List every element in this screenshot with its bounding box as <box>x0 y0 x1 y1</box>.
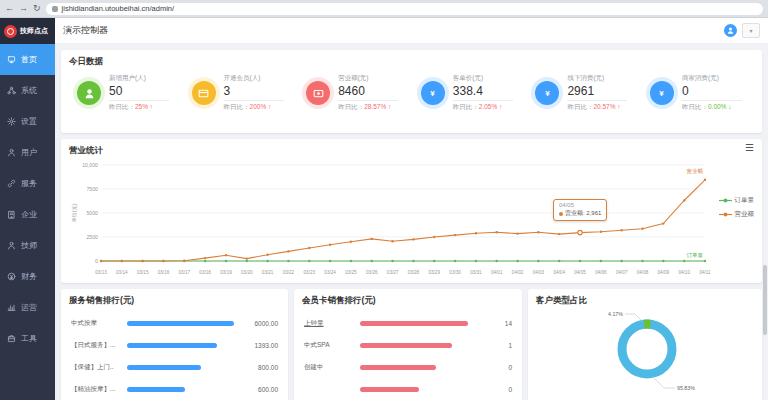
address-bar[interactable]: jishidiandian.utoubeihai.cn/admin/ <box>46 3 763 15</box>
scrollbar[interactable] <box>763 265 767 335</box>
svg-text:订单量: 订单量 <box>687 252 704 258</box>
stat-label: 客单价(元) <box>453 74 513 83</box>
browser-back-icon[interactable]: ← <box>5 4 14 13</box>
stat-card: 营业额(元)8460昨日比：28.57% ↑ <box>302 74 406 112</box>
divider <box>109 100 169 101</box>
rank-bar <box>360 365 436 370</box>
stat-value: 50 <box>109 84 169 98</box>
sidebar-item-label: 企业 <box>21 209 37 220</box>
sidebar-item-system[interactable]: 系统 <box>0 75 55 106</box>
site-info-icon[interactable] <box>52 6 58 12</box>
rank-value: 1393.00 <box>240 342 278 349</box>
sidebar-item-label: 服务 <box>21 178 37 189</box>
sidebar-item-users[interactable]: 用户 <box>0 137 55 168</box>
rank-row: 【精油按摩】...600.00 <box>71 378 278 400</box>
rank-value: 0 <box>474 386 512 393</box>
browser-refresh-icon[interactable]: ↻ <box>33 4 41 13</box>
svg-text:营业额: 营业额 <box>687 168 704 175</box>
stat-label: 营业额(元) <box>338 74 398 83</box>
member-card-rank-title: 会员卡销售排行(元) <box>294 289 522 310</box>
money-icon: ¥ <box>426 87 439 100</box>
legend-item[interactable]: 营业额 <box>719 210 755 219</box>
legend-label: 订单量 <box>735 196 755 205</box>
rank-label: 【保健】上门.. <box>71 363 121 372</box>
money-icon: ¥ <box>655 87 668 100</box>
sidebar-item-label: 运营 <box>21 302 37 313</box>
today-stats-panel: 今日数据 新增用户(人)50昨日比：25% ↑开通会员(人)3昨日比：200% … <box>61 50 762 133</box>
stat-icon-circle: ¥ <box>421 81 445 105</box>
rank-bar <box>360 343 452 348</box>
svg-text:03/16: 03/16 <box>158 270 170 275</box>
svg-text:03/25: 03/25 <box>345 270 357 275</box>
rank-label[interactable]: 上钟量 <box>304 319 354 328</box>
briefcase-icon <box>7 334 16 343</box>
rank-bar <box>127 387 185 392</box>
app-logo[interactable]: 技师点点 <box>0 18 55 44</box>
legend-marker-icon <box>719 212 732 217</box>
user-icon <box>83 87 96 100</box>
user-menu-button[interactable]: ▾ <box>742 23 760 38</box>
rank-label: 中式SPA <box>304 341 354 350</box>
stat-change: 昨日比：2.05% ↑ <box>453 103 513 112</box>
svg-text:03/15: 03/15 <box>137 270 149 275</box>
sidebar-item-settings[interactable]: 设置 <box>0 106 55 137</box>
sidebar-item-services[interactable]: 服务 <box>0 168 55 199</box>
stat-change: 昨日比：28.57% ↑ <box>338 103 398 112</box>
divider <box>682 100 742 101</box>
customer-type-panel: 客户类型占比 4.17%95.83% 新客户老客户 <box>528 289 762 400</box>
user-icon <box>726 26 735 35</box>
member-card-rank-rows: 上钟量14中式SPA1创建中00 <box>294 310 522 400</box>
sidebar-item-home[interactable]: 首页 <box>0 44 55 75</box>
stat-label: 新增用户(人) <box>109 74 169 83</box>
stat-value: 2961 <box>567 84 627 98</box>
browser-forward-icon[interactable]: → <box>19 4 28 13</box>
page-header: 演示控制器 ▾ <box>55 18 768 44</box>
gear-icon <box>7 117 16 126</box>
user-icon <box>7 148 16 157</box>
svg-text:04/09: 04/09 <box>658 270 670 275</box>
today-stats-title: 今日数据 <box>61 50 762 71</box>
divider <box>338 100 398 101</box>
stat-change: 昨日比：200% ↑ <box>224 103 284 112</box>
sidebar-item-label: 工具 <box>21 333 37 344</box>
user-avatar[interactable] <box>724 24 737 37</box>
svg-text:04/08: 04/08 <box>637 270 649 275</box>
rank-bar <box>127 343 217 348</box>
svg-text:04/05: 04/05 <box>574 270 586 275</box>
stat-icon-circle: ¥ <box>650 81 674 105</box>
revenue-chart-panel: 营业统计 ☰ 025005000750010,000单位(元)03/1303/1… <box>61 139 762 283</box>
legend-item[interactable]: 订单量 <box>719 196 755 205</box>
slice-label: 95.83% <box>677 385 695 391</box>
technician-icon <box>7 241 16 250</box>
hamburger-menu-icon[interactable]: ☰ <box>745 143 754 153</box>
stat-cards-row: 新增用户(人)50昨日比：25% ↑开通会员(人)3昨日比：200% ↑营业额(… <box>61 71 762 112</box>
stat-icon-circle <box>306 81 330 105</box>
sidebar-item-label: 设置 <box>21 116 37 127</box>
money-icon: ¥ <box>541 87 554 100</box>
sidebar-item-technicians[interactable]: 技师 <box>0 230 55 261</box>
service-rank-title: 服务销售排行(元) <box>61 289 288 310</box>
page-title: 演示控制器 <box>63 24 108 37</box>
sidebar-item-tools[interactable]: 工具 <box>0 323 55 354</box>
rank-value: 0 <box>474 364 512 371</box>
svg-text:03/18: 03/18 <box>199 270 211 275</box>
svg-text:04/06: 04/06 <box>595 270 607 275</box>
svg-text:2500: 2500 <box>86 234 98 240</box>
rank-value: 14 <box>474 320 512 327</box>
browser-toolbar: ← → ↻ jishidiandian.utoubeihai.cn/admin/ <box>0 0 768 18</box>
svg-text:04/07: 04/07 <box>616 270 628 275</box>
sidebar-item-finance[interactable]: 财务 <box>0 261 55 292</box>
header-right: ▾ <box>724 23 760 38</box>
rank-row: 0 <box>304 378 512 400</box>
rank-label: 创建中 <box>304 363 354 372</box>
stat-card: 新增用户(人)50昨日比：25% ↑ <box>73 74 177 112</box>
rank-row: 上钟量14 <box>304 312 512 334</box>
sidebar-item-operations[interactable]: 运营 <box>0 292 55 323</box>
svg-text:03/28: 03/28 <box>408 270 420 275</box>
svg-text:0: 0 <box>95 258 98 264</box>
svg-text:04/03: 04/03 <box>533 270 545 275</box>
revenue-line-chart: 025005000750010,000单位(元)03/1303/1403/150… <box>67 157 715 283</box>
divider <box>453 100 513 101</box>
sidebar-item-company[interactable]: 企业 <box>0 199 55 230</box>
svg-text:04/10: 04/10 <box>678 270 690 275</box>
